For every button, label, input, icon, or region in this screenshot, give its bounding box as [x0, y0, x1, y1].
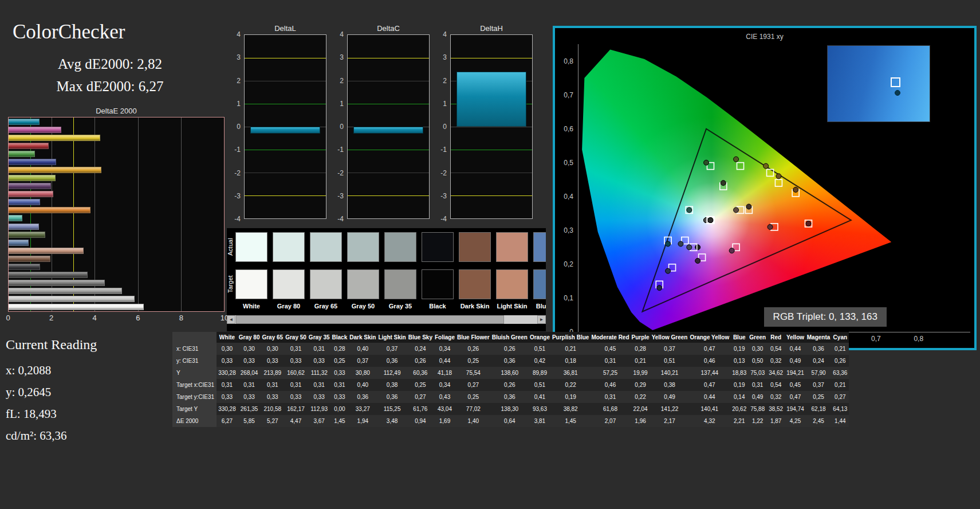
- swatch-column-blue-sky: Blue Sky: [533, 232, 546, 310]
- swatch-column-gray-80: Gray 80: [273, 232, 305, 310]
- table-cell: 0,25: [331, 355, 349, 367]
- deltae-bar-light-skin[interactable]: [9, 248, 84, 254]
- deltae-bar-moderate-red[interactable]: [9, 191, 53, 197]
- swatch-target-gray-65[interactable]: [310, 269, 342, 299]
- deltae-bar-bluish-green[interactable]: [9, 215, 22, 221]
- swatch-target-dark-skin[interactable]: [459, 269, 491, 299]
- deltae-bar-yellow[interactable]: [9, 135, 100, 141]
- deltae-bar-blue[interactable]: [9, 159, 56, 165]
- deltae-bar-magenta[interactable]: [9, 127, 61, 133]
- deltae-bar-gray-80[interactable]: [9, 296, 135, 302]
- rgb-triplet-label: RGB Triplet: 0, 133, 163: [764, 307, 887, 327]
- scroll-right-button[interactable]: ►: [537, 315, 546, 324]
- deltae-bar-black[interactable]: [9, 264, 40, 270]
- deltae-bar-white[interactable]: [9, 304, 144, 310]
- deltae-bar-blue-sky[interactable]: [9, 240, 29, 246]
- deltah-gridline-3: [451, 58, 532, 58]
- table-cell: 0,46: [688, 355, 730, 367]
- swatch-actual-gray-80[interactable]: [273, 232, 305, 262]
- deltae2000-plot-area[interactable]: [8, 117, 225, 312]
- deltae-bar-cyan[interactable]: [9, 119, 40, 125]
- deltae-bar-red[interactable]: [9, 143, 49, 149]
- swatch-scrollbar[interactable]: ◄ ►: [227, 315, 546, 324]
- deltal-bar[interactable]: [250, 127, 320, 134]
- deltae-bar-dark-skin[interactable]: [9, 256, 50, 262]
- deltae-bar-yellow-green[interactable]: [9, 175, 56, 181]
- cie-y-tick-0-2: 0,2: [564, 260, 573, 268]
- reading-fl-value: fL: 18,493: [6, 403, 172, 425]
- swatch-row-label-actual: Actual: [227, 232, 235, 262]
- column-header-purple: Purple: [631, 332, 651, 343]
- table-cell: 60,36: [407, 367, 434, 379]
- swatch-target-light-skin[interactable]: [496, 269, 528, 299]
- deltae-bar-gray-50[interactable]: [9, 280, 105, 286]
- table-cell: 0,47: [785, 391, 806, 403]
- deltah-bar[interactable]: [456, 72, 526, 127]
- swatch-target-blue-sky[interactable]: [533, 269, 546, 299]
- table-cell: 0,34: [434, 379, 456, 391]
- swatch-target-black[interactable]: [422, 269, 454, 299]
- table-cell: 0,33: [331, 367, 349, 379]
- scroll-right-icon: ►: [540, 317, 544, 322]
- table-cell: 194,74: [785, 403, 806, 415]
- deltae-gridline-8: [181, 118, 182, 311]
- deltac-bar[interactable]: [353, 127, 423, 134]
- swatch-target-gray-80[interactable]: [273, 269, 305, 299]
- deltae-bar-orange[interactable]: [9, 207, 90, 213]
- column-header-yellow-green: Yellow Green: [651, 332, 689, 343]
- gamut-triangle: [643, 129, 851, 312]
- swatch-target-gray-50[interactable]: [347, 269, 379, 299]
- table-cell: 138,60: [491, 367, 529, 379]
- swatch-label-gray-35: Gray 35: [384, 303, 416, 310]
- cie-y-axis: 00,10,20,30,40,50,60,70,8: [555, 44, 577, 332]
- measured-marker-yellow: [763, 163, 769, 169]
- deltac-plot-area[interactable]: [347, 34, 430, 219]
- cie-1931-panel[interactable]: CIE 1931 xy 00,10,20,30,40,50,60,70,8 RG…: [553, 26, 977, 350]
- cie-y-tick-0-1: 0,1: [564, 294, 573, 302]
- swatch-actual-gray-65[interactable]: [310, 232, 342, 262]
- swatch-actual-gray-50[interactable]: [347, 232, 379, 262]
- measured-marker-bluish-green: [687, 207, 692, 213]
- column-header-dark-skin: Dark Skin: [348, 332, 377, 343]
- swatch-actual-dark-skin[interactable]: [459, 232, 491, 262]
- table-cell: 0,37: [651, 343, 689, 355]
- table-cell: 0,42: [529, 355, 551, 367]
- deltae-bar-gray-35[interactable]: [9, 272, 88, 278]
- swatch-target-white[interactable]: [235, 269, 267, 299]
- deltae-bar-purple[interactable]: [9, 183, 51, 189]
- cie-y-tick-0-6: 0,6: [564, 125, 573, 133]
- deltah-ytick-4: 4: [443, 30, 447, 38]
- scroll-left-button[interactable]: ◄: [227, 315, 235, 324]
- swatch-actual-blue-sky[interactable]: [533, 232, 546, 262]
- table-cell: 0,41: [529, 391, 551, 403]
- deltah-ytick--4: -4: [440, 215, 447, 223]
- table-row-y-cie31: y: CIE310,330,330,330,330,330,250,370,36…: [172, 355, 849, 367]
- swatch-target-gray-35[interactable]: [384, 269, 416, 299]
- deltah-plot-area[interactable]: [450, 34, 533, 219]
- table-cell: 0,47: [688, 343, 730, 355]
- row-header-y: Y: [172, 367, 217, 379]
- table-row-target-y: Target Y330,28261,35210,58162,17112,930,…: [172, 403, 849, 415]
- deltae-bar-foliage[interactable]: [9, 232, 45, 238]
- row-header-y-cie31: y: CIE31: [172, 355, 217, 367]
- swatch-actual-light-skin[interactable]: [496, 232, 528, 262]
- deltae-bar-purplish-blue[interactable]: [9, 199, 40, 205]
- deltae-bar-green[interactable]: [9, 151, 35, 157]
- deltah-ytick--1: -1: [440, 146, 447, 154]
- swatch-panel: Actual Target WhiteGray 80Gray 65Gray 50…: [227, 228, 546, 331]
- deltae-bar-orange-yellow[interactable]: [9, 167, 101, 173]
- measurement-table: WhiteGray 80Gray 65Gray 50Gray 35BlackDa…: [172, 332, 729, 427]
- table-cell: 0,45: [590, 343, 630, 355]
- swatch-actual-black[interactable]: [422, 232, 454, 262]
- table-cell: 0,19: [730, 379, 748, 391]
- deltae-bar-blue-flower[interactable]: [9, 224, 39, 230]
- deltae-bar-gray-65[interactable]: [9, 288, 122, 294]
- column-header-bluish-green: Bluish Green: [491, 332, 529, 343]
- column-header-purplish-blue: Purplish Blue: [551, 332, 590, 343]
- swatch-actual-white[interactable]: [235, 232, 267, 262]
- table-cell: 0,25: [806, 391, 832, 403]
- table-cell: 1,94: [348, 415, 377, 427]
- deltal-plot-area[interactable]: [244, 34, 326, 219]
- swatch-actual-gray-35[interactable]: [384, 232, 416, 262]
- scrollbar-thumb[interactable]: [236, 315, 504, 324]
